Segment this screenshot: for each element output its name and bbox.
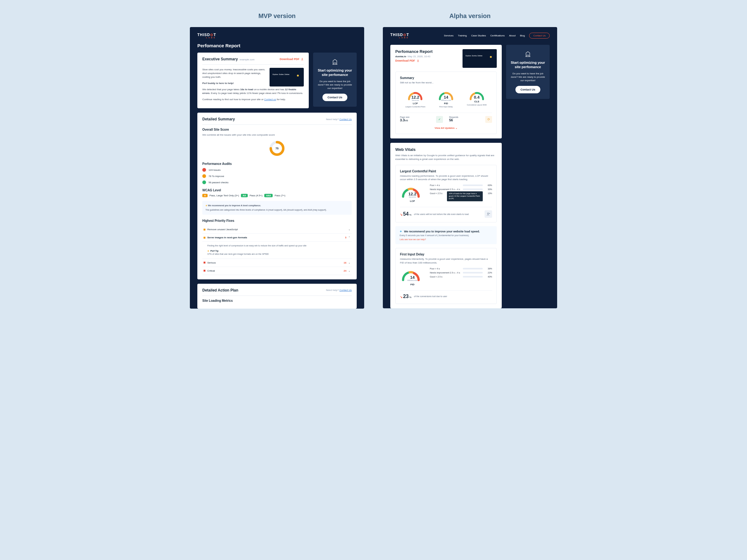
contact-us-link[interactable]: Contact Us [339,289,352,292]
cta-contact-button[interactable]: Contact Us [323,94,347,101]
audits-title: Performance Audits [202,162,352,165]
lcp-section: Largest Contentful Paint measures loadin… [395,165,497,222]
wcag-a-badge: A [202,194,208,197]
summary-title: Summary [400,76,492,80]
building-icon [524,50,532,58]
action-plan-title: Detailed Action Plan [202,288,238,292]
download-icon [416,59,419,62]
exec-title: Executive Summaryexample.com [202,57,255,61]
fid-title: First Input Delay [400,252,492,256]
cta-panel: Start optimizing your site perfomance Do… [506,45,550,99]
priority-square-icon [204,229,205,231]
status-dot-icon [202,181,206,184]
score-title: Overall Site Score [202,128,352,131]
cta-body: Do you want to have the job done? We are… [510,72,546,82]
priority-square-icon [204,262,205,264]
help-link: Need help? Contact Us [326,118,352,121]
lcp-title: Largest Contentful Paint [400,169,492,173]
action-plan-card: Detailed Action Plan Need help? Contact … [197,284,357,309]
nav-services[interactable]: Services [444,34,454,37]
exec-p3: We detected that your page takes 16s to … [202,88,304,95]
fixes-title: Highest Priority Fixes [202,219,352,222]
fid-gauge: 14 Milliseconds FID [400,268,425,286]
page-size-stat: Page size 3.3MB [400,116,436,123]
view-all-updates-link[interactable]: View All Updates ⌄ [400,127,492,129]
logo[interactable]: THISD⊙TLABS [390,33,409,38]
lcp-desc: measures loading performance. To provide… [400,174,492,181]
site-thumbnail: Explore. Dumka. Deliver. [463,49,497,68]
summary-card: Summary Still not so far from the worst.… [395,72,497,134]
star-icon: ★ [205,205,207,207]
fix-row[interactable]: Serve images in next-gen formats3⌃ [202,234,352,242]
logo[interactable]: THISD⊙TLABS [197,33,216,38]
executive-summary-card: Executive Summaryexample.com Download PD… [197,53,309,108]
audit-item: 56 passed checks [202,181,352,184]
exec-p1: Slow sites cost you money. Inaccessible … [202,68,266,79]
cta-contact-button[interactable]: Contact Us [515,86,540,93]
reco-box: ✦We recommend you to improve your websit… [395,226,497,244]
nav-blog[interactable]: Blog [520,34,525,37]
detailed-title: Detailed Summary [202,117,235,121]
mvp-column: MVP version THISD⊙TLABS Perfomance Repor… [190,12,364,309]
nav-training[interactable]: Training [458,34,467,37]
requests-status-icon: ⟳ [485,116,492,123]
fid-section: First Input Delay measures interactivity… [395,248,497,304]
lightbulb-icon: ✦ [400,230,402,233]
download-icon [301,58,304,61]
score-desc: We combine all the issues with your site… [202,133,352,137]
report-meta: dumka.io May 15, 2020, 10:43 [395,55,433,58]
cta-title: Start optimizing your site perfomance [510,60,546,70]
distribution-bar: Needs improvement 2.5 s – 4 s30%10% of l… [430,188,492,190]
web-vitals-card: Web Vitals Web Vitals is an initiative b… [390,143,502,308]
download-pdf-link[interactable]: Download PDF [395,59,433,62]
report-title: Perfomance Report [395,49,433,54]
cta-body: Do you want to have the job done? We are… [317,80,353,90]
cta-panel: Start optimizing your site perfomance Do… [313,53,357,107]
report-card: Perfomance Report dumka.io May 15, 2020,… [390,45,502,138]
header: THISD⊙TLABS [197,33,357,38]
lcp-loss-text: of the users will be lost before the sit… [414,213,485,215]
score-value: 75 [269,140,285,157]
exec-p4: Continue reading to find out how to impr… [202,98,304,101]
arrow-down-icon: ↘ [400,295,403,299]
nav-about[interactable]: About [509,34,516,37]
reco-link[interactable]: Lets see how we can help? [400,238,492,240]
status-dot-icon [202,174,206,178]
user-icon [485,210,492,218]
wcag-row: A Pass, Large Text Only (3+) AA Pass (4.… [202,194,352,197]
status-dot-icon [202,168,206,172]
exec-p2: Perf buddy is here to help! [202,81,266,85]
fix-row[interactable]: Critical24⌄ [202,267,352,275]
fix-row[interactable]: Remove unused JavaScript⌄ [202,225,352,234]
fix-expanded-body: Finding the right level of compression i… [202,242,352,259]
building-icon [331,58,339,65]
nav-certifications[interactable]: Certifications [490,34,505,37]
lcp-loss-pct: ↘54% [400,211,411,217]
chevron-icon: ⌄ [348,261,351,264]
alpha-heading: Alpha version [383,12,557,20]
mvp-heading: MVP version [190,12,364,20]
wcag-aa-badge: AA [241,194,248,197]
chevron-icon: ⌃ [348,236,351,239]
nav-case-studies[interactable]: Case Studies [471,34,486,37]
tooltip: 10% of loads for this page have a good (… [447,191,483,201]
lcp-gauge: 12.2 Seconds LCP [400,184,425,203]
wcag-title: WCAG Level [202,189,352,192]
action-plan-sub: Site Loading Metrics [202,299,352,302]
star-icon: ★ [207,249,209,253]
fid-loss-pct: ↘23% [400,294,411,299]
fid-loss-text: of the conversions lost due to user [414,295,492,297]
vitals-desc: Web Vitals is an initiative by Google to… [395,154,497,161]
contact-us-inline-link[interactable]: Contact us [264,98,276,101]
pagesize-status-icon: ✓ [436,116,443,123]
contact-us-link[interactable]: Contact Us [339,118,352,121]
download-pdf-link[interactable]: Download PDF [280,58,304,61]
score-donut: 75 [202,140,352,157]
distribution-bar: Poor > 4 s60% [430,184,492,186]
fix-row[interactable]: Serious16⌄ [202,259,352,267]
chevron-icon: ⌄ [348,269,351,272]
svg-point-2 [487,213,489,214]
nav-contact-button[interactable]: Contact Us [529,33,550,38]
distribution-bar: Needs improvement 2.5 s – 4 s22% [430,272,492,274]
mvp-window: THISD⊙TLABS Perfomance Report Executive … [190,27,364,309]
